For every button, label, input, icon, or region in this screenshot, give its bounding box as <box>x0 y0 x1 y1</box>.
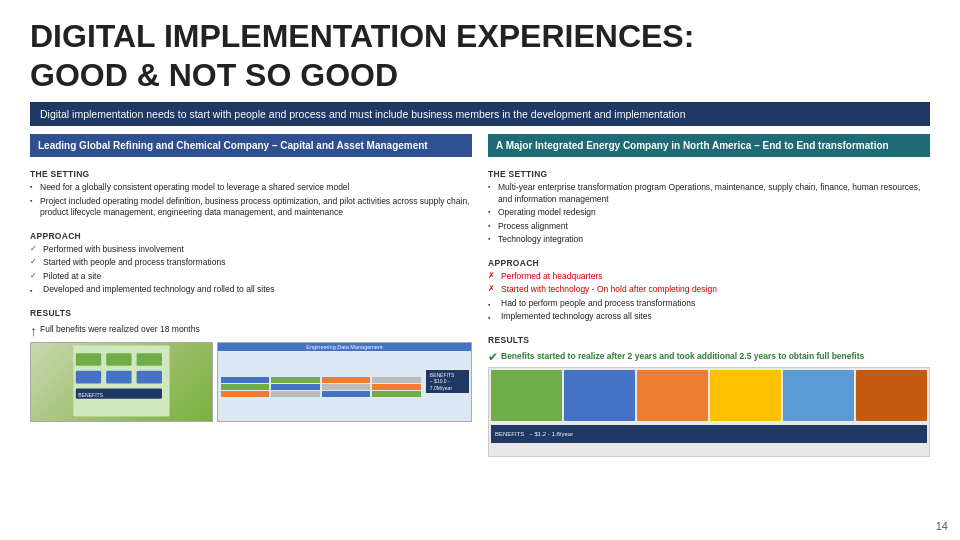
left-setting-list: Need for a globally consistent operating… <box>30 182 472 220</box>
left-column: Leading Global Refining and Chemical Com… <box>30 134 472 530</box>
list-item: Operating model redesign <box>488 207 930 218</box>
left-image-2: Engineering Data Management <box>217 342 472 422</box>
right-col-header: A Major Integrated Energy Company in Nor… <box>488 134 930 157</box>
svg-rect-6 <box>137 370 162 383</box>
right-image: BENEFITS ~ $1.2 - 1.8/year <box>488 367 930 457</box>
eng-cell <box>322 384 371 390</box>
right-approach-label: APPROACH <box>488 258 930 268</box>
list-item: Had to perform people and process transf… <box>488 298 930 309</box>
svg-rect-5 <box>106 370 131 383</box>
eng-cell <box>322 391 371 397</box>
right-column: A Major Integrated Energy Company in Nor… <box>488 134 930 530</box>
eng-cell <box>372 377 421 383</box>
img-bottom: BENEFITS ~ $1.2 - 1.8/year <box>491 425 927 443</box>
eng-cell <box>322 377 371 383</box>
two-column-layout: Leading Global Refining and Chemical Com… <box>30 134 930 530</box>
arrow-up-icon: ↑ <box>30 324 37 338</box>
right-results-label: RESULTS <box>488 335 930 345</box>
svg-rect-4 <box>76 370 101 383</box>
left-approach-checks: Performed with business involvement Star… <box>30 244 472 298</box>
right-approach-list: Performed at headquarters Started with t… <box>488 271 930 325</box>
subtitle-bar: Digital implementation needs to start wi… <box>30 102 930 127</box>
list-item: Performed with business involvement <box>30 244 472 255</box>
img-box-4 <box>710 370 781 421</box>
list-item: Project included operating model definit… <box>30 196 472 219</box>
img-top-strip <box>489 368 929 423</box>
slide-container: DIGITAL IMPLEMENTATION EXPERIENCES: GOOD… <box>0 0 960 540</box>
list-item: Started with technology - On hold after … <box>488 284 930 295</box>
right-setting-label: THE SETTING <box>488 169 930 179</box>
svg-rect-1 <box>76 353 101 366</box>
svg-rect-2 <box>106 353 131 366</box>
img-box-1 <box>491 370 562 421</box>
list-item: Implemented technology across all sites <box>488 311 930 322</box>
eng-data-body <box>218 375 424 400</box>
benefits-value-left: ~ $10.0 - 7.0M/year <box>430 378 452 391</box>
right-results-row: ✔ Benefits started to realize after 2 ye… <box>488 351 930 363</box>
eng-cell <box>271 384 320 390</box>
right-results-text: Benefits started to realize after 2 year… <box>501 351 864 362</box>
right-setting-list: Multi-year enterprise transformation pro… <box>488 182 930 247</box>
left-results-label: RESULTS <box>30 308 472 318</box>
list-item: Need for a globally consistent operating… <box>30 182 472 193</box>
list-item: Process alignment <box>488 221 930 232</box>
eng-cell <box>271 377 320 383</box>
left-img-inner: BENEFITS <box>31 343 212 421</box>
main-title: DIGITAL IMPLEMENTATION EXPERIENCES: GOOD… <box>30 18 930 102</box>
eng-cell <box>372 384 421 390</box>
img-box-3 <box>637 370 708 421</box>
left-col-header: Leading Global Refining and Chemical Com… <box>30 134 472 157</box>
list-item: Multi-year enterprise transformation pro… <box>488 182 930 205</box>
left-approach-label: APPROACH <box>30 231 472 241</box>
eng-data-header: Engineering Data Management <box>218 343 471 351</box>
left-setting-label: THE SETTING <box>30 169 472 179</box>
benefits-strip-left: BENEFITS ~ $10.0 - 7.0M/year <box>426 370 469 394</box>
process-map-svg: BENEFITS <box>31 343 212 419</box>
title-line2: GOOD & NOT SO GOOD <box>30 57 930 94</box>
page-number: 14 <box>936 520 948 532</box>
list-item: Started with people and process transfor… <box>30 257 472 268</box>
left-image-1: BENEFITS <box>30 342 213 422</box>
left-results-row: ↑ Full benefits were realized over 18 mo… <box>30 324 472 338</box>
img-box-5 <box>783 370 854 421</box>
svg-text:BENEFITS: BENEFITS <box>78 392 103 398</box>
eng-cell <box>221 384 270 390</box>
eng-cell <box>221 391 270 397</box>
list-item: Performed at headquarters <box>488 271 930 282</box>
checkmark-icon: ✔ <box>488 351 498 363</box>
img-box-2 <box>564 370 635 421</box>
left-images: BENEFITS Engineering Data Management <box>30 342 472 422</box>
title-line1: DIGITAL IMPLEMENTATION EXPERIENCES: <box>30 18 930 55</box>
list-item: Technology integration <box>488 234 930 245</box>
img-box-6 <box>856 370 927 421</box>
eng-cell <box>372 391 421 397</box>
svg-rect-3 <box>137 353 162 366</box>
list-item: Developed and implemented technology and… <box>30 284 472 295</box>
eng-cell <box>221 377 270 383</box>
eng-cell <box>271 391 320 397</box>
list-item: Piloted at a site <box>30 271 472 282</box>
img-bottom-text: BENEFITS ~ $1.2 - 1.8/year <box>495 431 573 437</box>
left-results-text: Full benefits were realized over 18 mont… <box>40 324 200 335</box>
